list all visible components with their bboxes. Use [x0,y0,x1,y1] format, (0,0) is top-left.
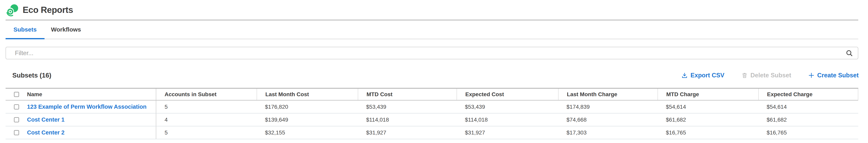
subset-name-link[interactable]: Cost Center 1 [27,116,65,123]
column-header-expected-charge: Expected Charge [758,88,858,100]
subset-name-link[interactable]: Cost Center 2 [27,129,65,136]
row-cell: $16,765 [758,126,858,139]
tab-bar: Subsets Workflows [6,21,858,39]
row-cell: 4 [156,113,257,126]
row-name-cell: Cost Center 1 [6,113,156,126]
page-title: Eco Reports [23,5,73,15]
row-cell: $114,018 [358,113,457,126]
column-header-expected-cost: Expected Cost [457,88,558,100]
table-row: Cost Center 2 5 $32,155 $31,927 $31,927 … [6,126,858,139]
row-name-cell: Cost Center 2 [6,126,156,139]
export-csv-button[interactable]: Export CSV [681,72,724,79]
row-cell: $54,614 [657,101,758,113]
search-icon[interactable] [845,49,853,57]
create-subset-label: Create Subset [817,72,859,79]
row-cell: $32,155 [257,126,358,139]
row-cell: $114,018 [457,113,558,126]
delete-subset-label: Delete Subset [750,72,791,79]
row-cell: $53,439 [457,101,558,113]
row-cell: 5 [156,126,257,139]
create-subset-button[interactable]: Create Subset [808,72,859,79]
row-cell: $61,682 [758,113,858,126]
table-row: Cost Center 1 4 $139,649 $114,018 $114,0… [6,113,858,126]
row-checkbox[interactable] [14,130,19,135]
row-cell: $176,820 [257,101,358,113]
row-cell: $174,839 [558,101,657,113]
row-cell: $31,927 [457,126,558,139]
subsets-table: Name Accounts in Subset Last Month Cost … [6,88,858,139]
column-header-accounts: Accounts in Subset [156,88,257,100]
row-cell: $31,927 [358,126,457,139]
toolbar-actions: Export CSV Delete Subset Create Subset [681,72,859,79]
subsets-toolbar: Subsets (16) Export CSV Delete Subset Cr [12,71,859,80]
row-cell: $74,668 [558,113,657,126]
subset-name-link[interactable]: 123 Example of Perm Workflow Association [27,104,147,110]
row-cell: $139,649 [257,113,358,126]
tab-subsets[interactable]: Subsets [6,21,44,39]
column-header-last-month-charge: Last Month Charge [558,88,657,100]
filter-input[interactable] [6,47,858,59]
row-cell: $54,614 [758,101,858,113]
row-cell: $16,765 [657,126,758,139]
table-header: Name Accounts in Subset Last Month Cost … [6,88,858,101]
row-cell: $53,439 [358,101,457,113]
column-header-last-month-cost: Last Month Cost [257,88,358,100]
row-checkbox[interactable] [14,104,19,109]
header-name-cell: Name [6,88,156,100]
row-cell: $17,303 [558,126,657,139]
column-header-mtd-cost: MTD Cost [358,88,457,100]
select-all-checkbox[interactable] [14,92,19,97]
row-cell: 5 [156,101,257,113]
app-header: Eco Reports [0,0,868,20]
brand-logo-icon [6,3,19,18]
row-name-cell: 123 Example of Perm Workflow Association [6,101,156,113]
column-header-name: Name [27,91,42,98]
delete-subset-button[interactable]: Delete Subset [741,72,791,79]
filter-bar [6,47,858,59]
tab-workflows[interactable]: Workflows [44,21,88,39]
row-checkbox[interactable] [14,117,19,122]
table-body: 123 Example of Perm Workflow Association… [6,101,858,139]
section-title: Subsets (16) [12,72,51,79]
table-row: 123 Example of Perm Workflow Association… [6,101,858,113]
row-cell: $61,682 [657,113,758,126]
plus-icon [808,72,814,78]
download-icon [681,72,688,78]
export-csv-label: Export CSV [690,72,724,79]
trash-icon [741,72,748,78]
column-header-mtd-charge: MTD Charge [657,88,758,100]
